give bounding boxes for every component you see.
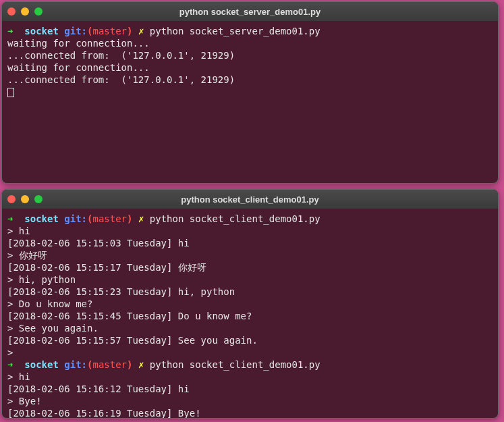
- prompt-dirty-icon: ✗: [138, 359, 144, 370]
- maximize-icon[interactable]: [34, 195, 43, 203]
- close-icon[interactable]: [7, 7, 16, 16]
- output-line: [2018-02-06 15:15:17 Tuesday] 你好呀: [7, 262, 206, 273]
- command-text: python socket_client_demo01.py: [150, 359, 320, 370]
- output-line: > Bye!: [7, 396, 42, 406]
- prompt-directory: socket: [24, 213, 59, 224]
- output-line: [2018-02-06 15:15:57 Tuesday] See you ag…: [7, 335, 258, 346]
- window-title: python socket_server_demo01.py: [2, 7, 498, 17]
- output-line: > Do u know me?: [7, 298, 92, 309]
- prompt-arrow-icon: ➜: [7, 213, 13, 224]
- output-line: waiting for connection...: [7, 62, 150, 73]
- output-line: > hi: [7, 371, 30, 382]
- output-line: [2018-02-06 15:16:12 Tuesday] hi: [7, 384, 190, 394]
- command-text: python socket_client_demo01.py: [150, 213, 320, 224]
- prompt-directory: socket: [24, 26, 59, 36]
- prompt-branch-close: ): [127, 359, 132, 370]
- prompt-dirty-icon: ✗: [138, 213, 144, 224]
- maximize-icon[interactable]: [34, 7, 43, 16]
- prompt-git-label: git:: [64, 26, 87, 36]
- prompt-dirty-icon: ✗: [138, 26, 144, 36]
- output-line: ...connected from: ('127.0.0.1', 21929): [7, 50, 235, 61]
- output-line: [2018-02-06 15:15:03 Tuesday] hi: [7, 238, 190, 248]
- output-line: [2018-02-06 15:16:19 Tuesday] Bye!: [7, 408, 201, 419]
- output-line: > hi: [7, 226, 30, 236]
- prompt-branch-name: master: [92, 26, 127, 36]
- command-text: python socket_server_demo01.py: [150, 26, 320, 36]
- window-controls: [7, 195, 43, 203]
- window-controls: [7, 7, 43, 16]
- output-line: [2018-02-06 15:15:45 Tuesday] Do u know …: [7, 311, 252, 321]
- output-line: > hi, python: [7, 274, 76, 285]
- terminal-content[interactable]: ➜ socket git:(master) ✗ python socket_se…: [2, 21, 498, 102]
- output-line: ...connected from: ('127.0.0.1', 21929): [7, 74, 235, 85]
- output-line: > 你好呀: [7, 250, 47, 261]
- prompt-branch-close: ): [127, 26, 132, 36]
- prompt-branch-name: master: [92, 359, 127, 370]
- minimize-icon[interactable]: [21, 195, 29, 203]
- window-title: python socket_client_demo01.py: [2, 194, 498, 205]
- output-line: waiting for connection...: [7, 38, 150, 49]
- titlebar[interactable]: python socket_client_demo01.py: [2, 190, 498, 209]
- prompt-git-label: git:: [64, 213, 87, 224]
- output-line: >: [7, 347, 19, 358]
- output-line: > See you again.: [7, 323, 99, 334]
- minimize-icon[interactable]: [21, 7, 29, 16]
- titlebar[interactable]: python socket_server_demo01.py: [2, 2, 498, 21]
- terminal-window-client[interactable]: python socket_client_demo01.py ➜ socket …: [1, 189, 499, 419]
- prompt-branch-close: ): [127, 213, 132, 224]
- cursor-icon: [7, 88, 14, 97]
- prompt-branch-name: master: [92, 213, 127, 224]
- prompt-git-label: git:: [64, 359, 87, 370]
- prompt-arrow-icon: ➜: [7, 26, 13, 36]
- prompt-directory: socket: [24, 359, 59, 370]
- terminal-window-server[interactable]: python socket_server_demo01.py ➜ socket …: [1, 1, 499, 184]
- output-line: [2018-02-06 15:15:23 Tuesday] hi, python: [7, 286, 235, 297]
- close-icon[interactable]: [7, 195, 16, 203]
- terminal-content[interactable]: ➜ socket git:(master) ✗ python socket_cl…: [2, 209, 498, 419]
- prompt-arrow-icon: ➜: [7, 359, 13, 370]
